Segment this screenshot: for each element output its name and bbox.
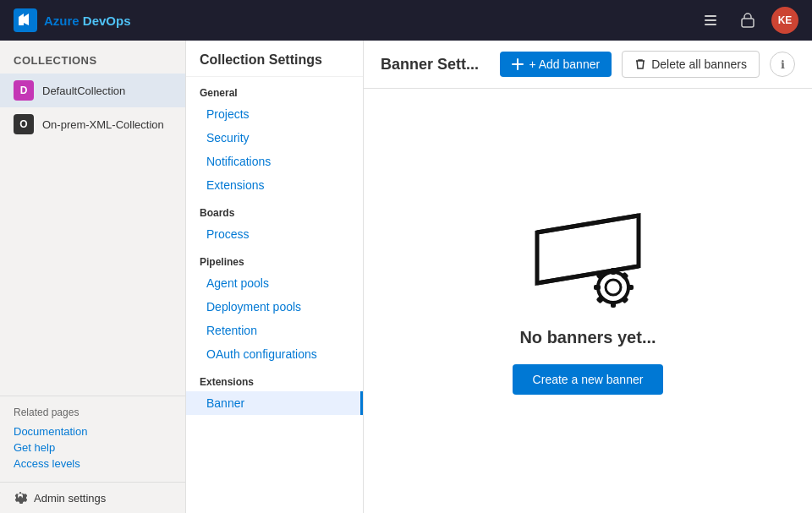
add-banner-button[interactable]: + Add banner — [500, 52, 612, 77]
access-levels-link[interactable]: Access levels — [14, 456, 172, 472]
svg-rect-10 — [611, 268, 616, 275]
top-nav-right: KE — [697, 7, 798, 34]
admin-settings-item[interactable]: Admin settings — [0, 482, 185, 513]
get-help-link[interactable]: Get help — [14, 439, 172, 456]
banner-illustration — [520, 207, 656, 311]
content-title: Banner Sett... — [381, 56, 490, 74]
nav-retention[interactable]: Retention — [186, 319, 363, 342]
create-new-banner-button[interactable]: Create a new banner — [513, 364, 664, 395]
collections-title: Collections — [0, 41, 185, 74]
nav-deployment-pools[interactable]: Deployment pools — [186, 295, 363, 319]
section-label-extensions: Extensions — [186, 366, 363, 391]
nav-process[interactable]: Process — [186, 222, 363, 246]
nav-extensions-general[interactable]: Extensions — [186, 173, 363, 197]
svg-point-9 — [606, 280, 621, 295]
plus-icon — [512, 58, 524, 70]
nav-banner[interactable]: Banner — [186, 391, 363, 415]
nav-security[interactable]: Security — [186, 126, 363, 150]
collection-badge-d: D — [14, 80, 34, 101]
info-button[interactable]: ℹ — [770, 52, 795, 77]
svg-rect-11 — [611, 301, 616, 308]
nav-agent-pools[interactable]: Agent pools — [186, 271, 363, 295]
related-pages-title: Related pages — [14, 407, 172, 418]
collection-item-default[interactable]: D DefaultCollection — [0, 74, 185, 107]
svg-rect-12 — [594, 285, 601, 290]
collection-name-onprem: On-prem-XML-Collection — [42, 118, 164, 131]
related-pages-section: Related pages Documentation Get help Acc… — [0, 396, 185, 482]
collections-sidebar: Collections D DefaultCollection O On-pre… — [0, 41, 186, 513]
svg-rect-2 — [705, 19, 716, 21]
svg-line-6 — [537, 216, 639, 232]
app-title: Azure DevOps — [44, 14, 131, 28]
gear-icon — [14, 491, 27, 505]
list-icon-button[interactable] — [697, 7, 724, 34]
section-label-general: General — [186, 77, 363, 102]
empty-state: No banners yet... Create a new banner — [364, 89, 812, 513]
admin-settings-label: Admin settings — [34, 492, 106, 505]
top-nav: Azure DevOps KE — [0, 0, 812, 41]
settings-nav: Collection Settings General Projects Sec… — [186, 41, 364, 513]
section-label-boards: Boards — [186, 197, 363, 222]
svg-rect-13 — [627, 285, 634, 290]
trash-icon — [634, 58, 646, 70]
svg-rect-4 — [742, 19, 754, 27]
logo-icon — [14, 8, 37, 32]
collection-badge-o: O — [14, 114, 34, 134]
documentation-link[interactable]: Documentation — [14, 423, 172, 439]
svg-rect-3 — [705, 24, 716, 25]
delete-all-banners-button[interactable]: Delete all banners — [622, 51, 760, 78]
no-banners-text: No banners yet... — [519, 328, 656, 347]
main-content: Banner Sett... + Add banner Delete all b… — [364, 41, 812, 513]
nav-notifications[interactable]: Notifications — [186, 150, 363, 173]
bag-icon-button[interactable] — [734, 7, 761, 34]
collection-item-onprem[interactable]: O On-prem-XML-Collection — [0, 107, 185, 141]
nav-oauth[interactable]: OAuth configurations — [186, 342, 363, 366]
nav-projects[interactable]: Projects — [186, 102, 363, 126]
content-header: Banner Sett... + Add banner Delete all b… — [364, 41, 812, 89]
body-area: Collections D DefaultCollection O On-pre… — [0, 41, 812, 513]
top-nav-left: Azure DevOps — [14, 8, 131, 32]
svg-rect-1 — [705, 15, 716, 17]
section-label-pipelines: Pipelines — [186, 246, 363, 271]
settings-nav-title: Collection Settings — [186, 41, 363, 77]
collection-name-default: DefaultCollection — [42, 85, 125, 97]
user-avatar[interactable]: KE — [771, 7, 798, 34]
